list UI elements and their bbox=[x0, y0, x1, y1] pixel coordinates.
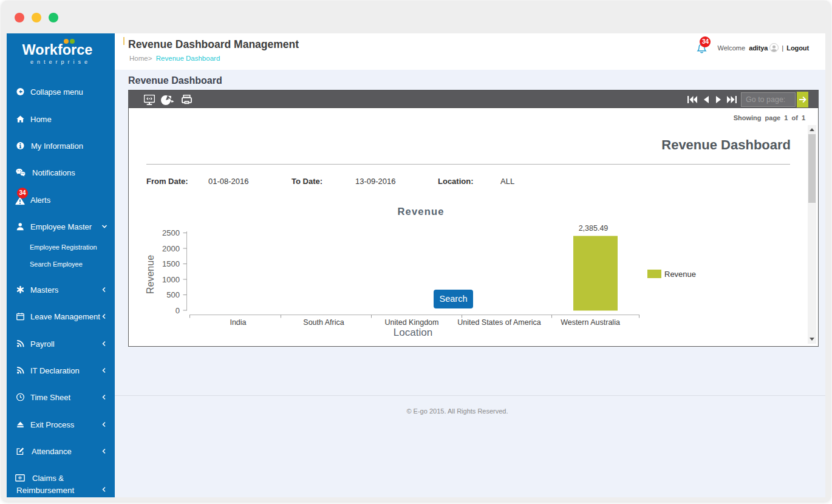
svg-text:2000: 2000 bbox=[162, 244, 180, 253]
svg-text:0: 0 bbox=[176, 306, 180, 315]
svg-text:0: 0 bbox=[19, 476, 21, 480]
svg-text:United Kingdom: United Kingdom bbox=[385, 318, 439, 327]
svg-text:India: India bbox=[230, 318, 246, 327]
svg-text:1000: 1000 bbox=[162, 275, 180, 284]
svg-text:1500: 1500 bbox=[162, 259, 180, 268]
svg-text:South Africa: South Africa bbox=[303, 318, 344, 327]
svg-text:United States of America: United States of America bbox=[457, 318, 541, 327]
svg-text:2500: 2500 bbox=[162, 228, 180, 237]
svg-text:500: 500 bbox=[166, 290, 180, 299]
svg-text:2,385.49: 2,385.49 bbox=[579, 224, 609, 233]
svg-text:Western Australia: Western Australia bbox=[561, 318, 620, 327]
svg-text:Location: Location bbox=[394, 327, 432, 338]
svg-text:Revenue: Revenue bbox=[145, 255, 155, 294]
